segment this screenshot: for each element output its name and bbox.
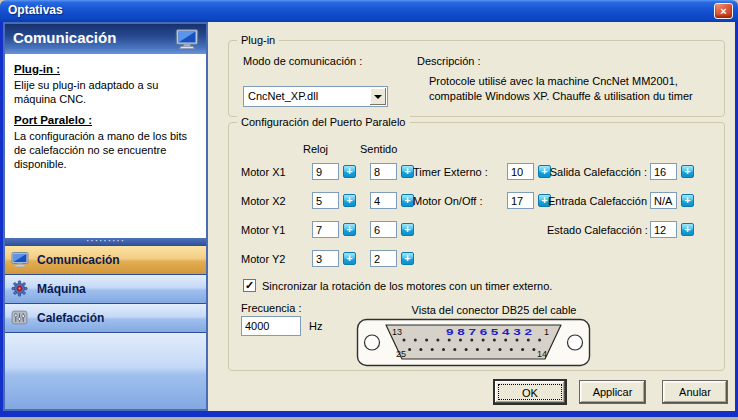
description-label: Descripción :: [417, 55, 481, 67]
frequency-label: Frecuencia :: [241, 302, 302, 314]
plus-icon: +: [344, 224, 355, 235]
motor-y2-sentido-input[interactable]: [370, 250, 397, 267]
motor-label: Motor Y1: [241, 224, 285, 236]
parallel-port-groupbox: Configuración del Puerto Paralelo Reloj …: [228, 122, 725, 371]
plus-icon: +: [402, 253, 413, 264]
apply-button[interactable]: Applicar: [579, 380, 646, 404]
frequency-input[interactable]: [241, 316, 301, 336]
monitor-icon: [175, 28, 199, 54]
salida-calefaccion-label: Salida Calefacción :: [547, 166, 647, 178]
plus-button[interactable]: +: [343, 194, 356, 207]
plus-icon: +: [682, 195, 693, 206]
motor-x1-reloj-input[interactable]: [312, 163, 339, 180]
column-header-sentido: Sentido: [360, 143, 397, 155]
plus-button[interactable]: +: [343, 223, 356, 236]
frequency-unit-label: Hz: [309, 320, 322, 332]
apply-button-label: Applicar: [593, 386, 633, 398]
plus-icon: +: [402, 195, 413, 206]
combo-dropdown-button[interactable]: [370, 88, 386, 105]
monitor-icon: [11, 251, 29, 268]
motor-row: Motor X1 + + Timer Externo : + Salida Ca…: [229, 163, 724, 181]
description-text: Protocole utilisé avec la machine CncNet…: [429, 74, 711, 104]
content-pane: Plug-in Modo de comunicación : CncNet_XP…: [208, 22, 735, 411]
ok-button-label: OK: [522, 387, 538, 399]
motor-label: Motor X1: [241, 166, 286, 178]
close-button[interactable]: ×: [714, 3, 733, 19]
motor-x2-reloj-input[interactable]: [312, 192, 339, 209]
mode-label: Modo de comunicación :: [243, 55, 362, 67]
timer-externo-label: Timer Externo :: [413, 166, 488, 178]
salida-calefaccion-input[interactable]: [650, 163, 677, 180]
motor-y2-reloj-input[interactable]: [312, 250, 339, 267]
grip-dots-icon: ·········: [5, 238, 206, 243]
plugin-groupbox: Plug-in Modo de comunicación : CncNet_XP…: [228, 40, 725, 117]
motor-row: Motor Y1 + + Estado Calefacción : +: [229, 221, 724, 239]
plus-button[interactable]: +: [343, 252, 356, 265]
motor-x2-sentido-input[interactable]: [370, 192, 397, 209]
pin-label-25: 25: [396, 349, 406, 359]
plus-icon: +: [682, 166, 693, 177]
close-icon: ×: [720, 5, 726, 17]
plus-icon: +: [344, 166, 355, 177]
checkmark-icon: ✓: [245, 280, 255, 291]
motor-onoff-input[interactable]: [507, 192, 534, 209]
plus-button[interactable]: +: [681, 165, 694, 178]
plus-button[interactable]: +: [343, 165, 356, 178]
help-section-body: La configuración a mano de los bits de c…: [14, 129, 197, 172]
help-section-title: Port Paralelo :: [14, 114, 197, 126]
motor-onoff-label: Motor On/Off :: [413, 195, 483, 207]
groupbox-title: Configuración del Puerto Paralelo: [237, 116, 410, 128]
cancel-button-label: Anular: [679, 386, 711, 398]
plus-button[interactable]: +: [401, 223, 414, 236]
sidebar-header: Comunicación: [5, 24, 206, 54]
sidebar: Comunicación Plug-in : Elije su plug-in …: [3, 22, 208, 411]
estado-calefaccion-input[interactable]: [650, 221, 677, 238]
cancel-button[interactable]: Anular: [662, 380, 728, 404]
motor-row: Motor X2 + + Motor On/Off : + Entrada Ca…: [229, 192, 724, 210]
ok-button[interactable]: OK: [493, 379, 567, 405]
sidebar-item-label: Máquina: [37, 282, 86, 296]
combobox-value: CncNet_XP.dll: [248, 90, 318, 102]
help-section-title: Plug-in :: [14, 63, 197, 75]
plus-icon: +: [402, 166, 413, 177]
motor-x1-sentido-input[interactable]: [370, 163, 397, 180]
sync-timer-checkbox-label: Sincronizar la rotación de los motores c…: [262, 280, 552, 292]
gear-icon: [11, 280, 29, 297]
help-section-body: Elije su plug-in adaptado a su máquina C…: [14, 78, 197, 107]
plus-button[interactable]: +: [401, 252, 414, 265]
connector-view-label: Vista del conector DB25 del cable: [374, 304, 614, 316]
timer-externo-input[interactable]: [507, 163, 534, 180]
communication-mode-combobox[interactable]: CncNet_XP.dll: [243, 86, 388, 107]
sidebar-item-calefaccion[interactable]: Calefacción: [5, 303, 206, 332]
entrada-calefaccion-input[interactable]: [650, 192, 677, 209]
faders-icon: [11, 309, 29, 326]
pin-label-14: 14: [537, 349, 547, 359]
motor-y1-sentido-input[interactable]: [370, 221, 397, 238]
plus-icon: +: [682, 224, 693, 235]
plus-icon: +: [344, 195, 355, 206]
sync-timer-checkbox[interactable]: ✓: [243, 279, 256, 292]
sidebar-splitter[interactable]: ·········: [5, 238, 206, 245]
window-title: Optativas: [8, 3, 63, 17]
window-border-left: [0, 22, 3, 417]
db25-connector-diagram: 13 1 25 14 9 8 7 6 5 4 3 2: [356, 318, 592, 369]
plus-button[interactable]: +: [681, 223, 694, 236]
titlebar[interactable]: Optativas ×: [0, 0, 738, 22]
screen: Optativas × Comunicación Plug-in : Elije…: [0, 0, 738, 420]
plus-icon: +: [344, 253, 355, 264]
sidebar-item-comunicacion[interactable]: Comunicación: [5, 245, 206, 274]
sidebar-item-label: Calefacción: [37, 311, 104, 325]
sidebar-item-maquina[interactable]: Máquina: [5, 274, 206, 303]
chevron-down-icon: [374, 95, 382, 99]
pin-labels-blue: 9 8 7 6 5 4 3 2: [446, 327, 532, 337]
sidebar-empty-row: [5, 332, 206, 409]
pin-label-1: 1: [544, 327, 549, 337]
entrada-calefaccion-label: Entrada Calefacción: [547, 195, 647, 207]
motor-row: Motor Y2 + +: [229, 250, 724, 268]
pin-label-13: 13: [392, 327, 402, 337]
column-header-reloj: Reloj: [303, 143, 328, 155]
motor-y1-reloj-input[interactable]: [312, 221, 339, 238]
motor-label: Motor Y2: [241, 253, 285, 265]
plus-button[interactable]: +: [681, 194, 694, 207]
sidebar-item-label: Comunicación: [37, 253, 120, 267]
